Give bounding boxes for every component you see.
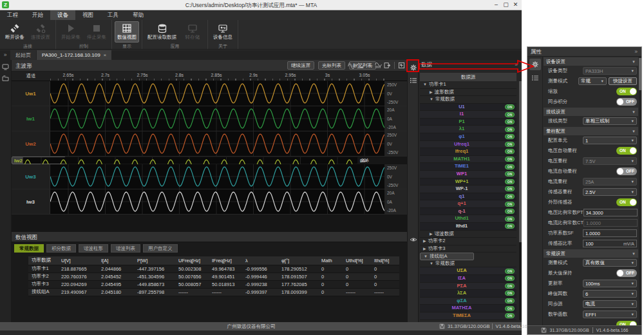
toggle-switch[interactable]: OFF (616, 98, 637, 106)
fit-screen-icon[interactable] (398, 62, 405, 69)
tree-category[interactable]: ▶谐波数据 (420, 231, 516, 238)
on-badge[interactable]: ON (505, 142, 515, 147)
list-icon[interactable] (410, 77, 417, 84)
tree-item[interactable]: IΣAON (420, 275, 516, 283)
scrollbar-thumb[interactable] (519, 81, 522, 242)
on-badge[interactable]: ON (505, 224, 515, 229)
section-header[interactable]: 量程配置▼ (544, 127, 638, 135)
channel-label[interactable]: Uw1 (12, 81, 50, 106)
tree-category[interactable]: ▼接线组A (420, 253, 474, 260)
on-badge[interactable]: ON (505, 202, 515, 207)
waveform-plot[interactable] (50, 189, 384, 214)
scrollbar-thumb[interactable] (639, 58, 641, 90)
on-badge[interactable]: ON (505, 149, 515, 154)
toggle-switch[interactable]: ON (616, 88, 637, 95)
expand-arrow-icon[interactable]: ▼ (430, 96, 433, 103)
on-badge[interactable]: ON (505, 209, 515, 214)
tree-item[interactable]: Ufreq1ON (420, 141, 516, 149)
tree-item[interactable]: UΣAON (420, 267, 516, 275)
dropdown[interactable]: 常规▼ (578, 77, 607, 85)
channel-label[interactable]: Iw3 (12, 189, 50, 214)
on-badge[interactable]: ON (505, 127, 515, 132)
tree-item[interactable]: I1ON (420, 111, 516, 119)
menu-item-1[interactable]: 开始 (25, 10, 50, 20)
dropdown[interactable]: 6▼ (583, 290, 637, 298)
settings-gear-icon[interactable] (529, 59, 541, 70)
wave-baseline-icon[interactable] (357, 62, 364, 69)
on-badge[interactable]: ON (505, 313, 515, 318)
toggle-switch[interactable]: OFF (616, 168, 637, 175)
waveform-plot[interactable] (23, 157, 357, 164)
wave-overlay-icon[interactable] (348, 62, 355, 69)
tree-item[interactable]: φΣAON (420, 298, 516, 305)
on-badge[interactable]: ON (505, 269, 515, 274)
expand-arrow-icon[interactable]: ▼ (423, 81, 427, 88)
channel-label[interactable]: Uw2 (12, 131, 50, 156)
dropdown[interactable]: 真有效值▼ (583, 259, 637, 267)
expand-arrow-icon[interactable]: ▼ (424, 253, 428, 260)
tab-0[interactable]: 起始页 (10, 50, 36, 60)
tree-item[interactable]: q+1ON (420, 200, 516, 208)
table-row[interactable]: 功率卡1218.8876652.044866-447.39715650.0023… (28, 265, 399, 273)
on-badge[interactable]: ON (505, 157, 515, 162)
dropdown[interactable]: 100ms▼ (583, 280, 637, 287)
tab-expander-icon[interactable]: » (0, 50, 10, 60)
tree-item[interactable]: WP-1ON (420, 186, 516, 193)
on-badge[interactable]: ON (505, 298, 515, 303)
collapse-chevrons-icon[interactable]: » (634, 47, 638, 57)
on-badge[interactable]: ON (505, 164, 515, 169)
device-info-button[interactable]: 设备信息 (211, 21, 235, 43)
section-header[interactable]: 接线设置▼ (544, 108, 638, 116)
numeric-tab-0[interactable]: 常规数据 (14, 244, 44, 253)
table-row[interactable]: 接线组A219.4909672.045180-897.255798-------… (28, 288, 399, 296)
settings-gear-icon[interactable] (410, 64, 417, 72)
screen-icon[interactable] (2, 63, 9, 70)
on-badge[interactable]: ON (505, 306, 515, 311)
on-badge[interactable]: ON (505, 283, 515, 289)
tree-item[interactable]: TIME1ON (420, 163, 516, 171)
wave-button-1[interactable]: 光标列表 (318, 61, 345, 70)
tree-category[interactable]: ▼功率卡1 (420, 81, 516, 89)
wave-button-0[interactable]: 继续滚屏 (287, 61, 314, 70)
folders-icon[interactable] (2, 75, 9, 82)
dropdown[interactable]: 电流▼ (583, 300, 637, 308)
tree-item[interactable]: MATHΣAON (420, 305, 516, 312)
channel-label[interactable]: Iw2 (14, 157, 23, 164)
list-icon[interactable] (529, 72, 541, 84)
on-badge[interactable]: ON (505, 134, 515, 139)
toggle-switch[interactable]: ON (616, 147, 637, 155)
menu-item-4[interactable]: 工具 (100, 10, 126, 20)
numeric-tab-2[interactable]: 谐波柱形 (79, 244, 108, 253)
expand-arrow-icon[interactable]: ▶ (430, 89, 433, 96)
dropdown[interactable]: EFFI▼ (583, 311, 637, 318)
plug-disconnect-button[interactable]: 断开设备 (3, 21, 27, 43)
tree-category[interactable]: ▶波形数据 (420, 89, 516, 97)
on-badge[interactable]: ON (505, 194, 515, 199)
on-badge[interactable]: ON (505, 276, 515, 281)
tree-item[interactable]: Ithd1ON (420, 223, 516, 231)
expand-arrow-icon[interactable]: ▶ (423, 245, 426, 253)
dropdown[interactable]: 2.5V▼ (583, 188, 637, 196)
tree-category[interactable]: ▼常规数据 (420, 96, 516, 104)
waveform-plot[interactable] (50, 106, 384, 131)
tree-item[interactable]: φ1ON (420, 133, 516, 141)
on-badge[interactable]: ON (505, 119, 515, 124)
tree-item[interactable]: Ifreq1ON (420, 148, 516, 156)
wave-export-icon[interactable] (384, 62, 391, 69)
numeric-tab-1[interactable]: 积分数据 (46, 244, 76, 253)
numeric-tab-4[interactable]: 用户自定义 (143, 244, 178, 253)
on-badge[interactable]: ON (505, 171, 515, 177)
on-badge[interactable]: ON (505, 112, 515, 117)
channel-label[interactable]: Uw3 (12, 164, 50, 189)
eye-icon[interactable] (410, 236, 417, 244)
toggle-switch[interactable]: OFF (616, 269, 637, 277)
toggle-switch[interactable]: ON (616, 198, 637, 206)
numeric-tab-3[interactable]: 谐波列表 (111, 244, 140, 253)
tree-item[interactable]: WP+1ON (420, 178, 516, 186)
text-input[interactable]: 1.0000 (583, 229, 637, 237)
close-icon[interactable]: × (104, 50, 107, 60)
tree-item[interactable]: q-1ON (420, 208, 516, 216)
wave-soft-icon[interactable] (366, 62, 373, 69)
menu-item-0[interactable]: 工程 (0, 10, 25, 20)
minimize-button[interactable]: – (491, 0, 501, 10)
